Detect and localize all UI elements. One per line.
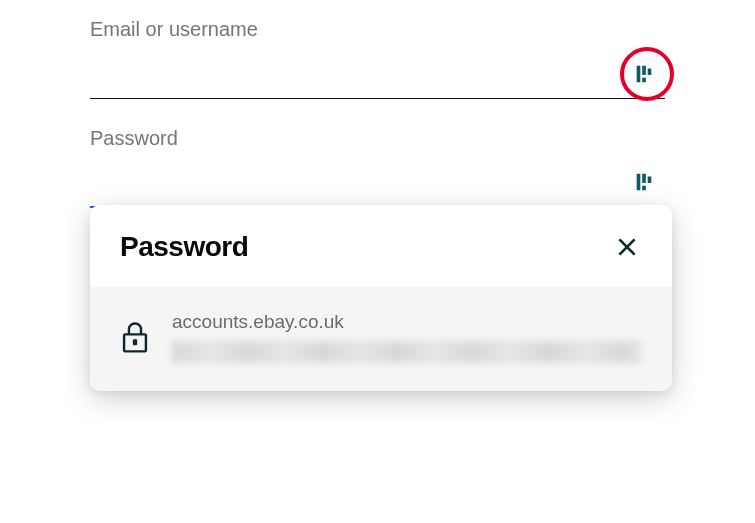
entry-site: accounts.ebay.co.uk [172,311,642,333]
entry-username-blurred [172,341,642,363]
close-button[interactable] [612,232,642,262]
email-input[interactable] [90,49,633,98]
svg-rect-7 [648,177,652,183]
email-label: Email or username [90,18,665,41]
svg-rect-2 [642,77,646,82]
svg-rect-6 [642,186,646,191]
svg-rect-1 [642,65,646,74]
entry-text: accounts.ebay.co.uk [172,311,642,363]
svg-rect-5 [642,174,646,183]
lock-icon [120,321,150,353]
svg-rect-0 [637,65,641,82]
credential-entry[interactable]: accounts.ebay.co.uk [90,287,672,391]
svg-rect-3 [648,68,652,74]
password-input[interactable] [90,158,633,206]
password-field-group: Password [90,127,665,208]
close-icon [614,234,640,260]
popup-header: Password [90,205,672,287]
password-label: Password [90,127,665,150]
password-manager-icon[interactable] [633,63,655,85]
svg-rect-4 [637,174,641,191]
email-field-group: Email or username [90,18,665,99]
password-input-row [90,158,665,208]
email-input-row [90,49,665,99]
password-manager-popup: Password accounts.ebay.co.uk [90,205,672,391]
popup-title: Password [120,231,248,263]
password-manager-icon[interactable] [633,171,655,193]
svg-rect-11 [133,339,137,345]
